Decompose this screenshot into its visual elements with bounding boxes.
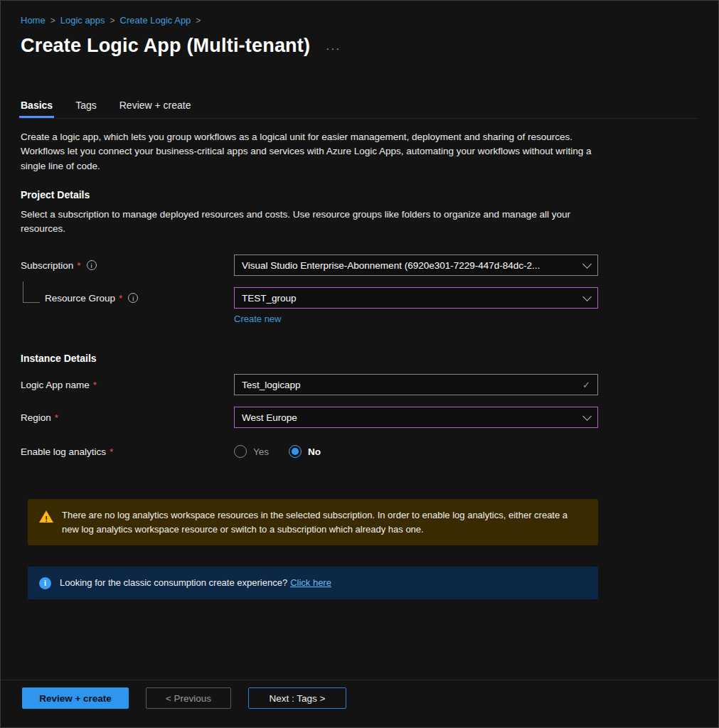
footer-buttons: Review + create < Previous Next : Tags > (22, 687, 346, 709)
more-options-ellipsis-icon[interactable]: ··· (326, 42, 341, 54)
warning-banner-text: There are no log analytics workspace res… (62, 508, 587, 536)
previous-button[interactable]: < Previous (146, 687, 231, 709)
subscription-row: Subscription* i Visual Studio Enterprise… (21, 255, 698, 276)
radio-yes-label: Yes (253, 446, 269, 457)
hierarchy-connector (23, 282, 40, 303)
radio-circle-selected-icon (289, 445, 302, 458)
project-details-heading: Project Details (21, 189, 698, 200)
breadcrumb-home[interactable]: Home (21, 15, 46, 26)
logic-app-name-label: Logic App name* (21, 380, 234, 390)
footer-divider (1, 680, 718, 680)
required-asterisk: * (110, 446, 113, 457)
chevron-down-icon (582, 412, 592, 421)
radio-no-label: No (308, 446, 321, 457)
project-details-description: Select a subscription to manage deployed… (21, 208, 600, 237)
subscription-label-text: Subscription (21, 260, 73, 271)
subscription-value: Visual Studio Enterprise-Abonnement (692… (242, 260, 540, 271)
create-new-link[interactable]: Create new (234, 314, 281, 324)
subscription-dropdown[interactable]: Visual Studio Enterprise-Abonnement (692… (234, 255, 598, 276)
resource-group-label-text: Resource Group (45, 293, 115, 304)
required-asterisk: * (77, 260, 80, 271)
enable-log-analytics-row: Enable log analytics* Yes No (21, 441, 698, 462)
warning-icon (39, 510, 53, 523)
intro-text: Create a logic app, which lets you group… (21, 130, 600, 173)
enable-log-analytics-label-text: Enable log analytics (21, 446, 106, 457)
subscription-label: Subscription* i (21, 260, 234, 271)
click-here-link[interactable]: Click here (290, 577, 331, 588)
breadcrumb-separator: > (110, 16, 115, 26)
region-row: Region* West Europe (21, 407, 698, 428)
logic-app-name-value: Test_logicapp (242, 380, 301, 390)
checkmark-icon: ✓ (582, 380, 590, 390)
breadcrumb-separator: > (50, 16, 55, 26)
warning-banner: There are no log analytics workspace res… (28, 499, 598, 545)
info-banner-question: Looking for the classic consumption crea… (60, 577, 287, 588)
chevron-down-icon (582, 259, 592, 269)
logic-app-name-input[interactable]: Test_logicapp ✓ (234, 374, 598, 395)
breadcrumb: Home>Logic apps>Create Logic App> (21, 1, 698, 26)
required-asterisk: * (55, 412, 58, 423)
tab-tags[interactable]: Tags (75, 100, 97, 111)
radio-circle-icon (234, 445, 247, 458)
region-value: West Europe (242, 412, 297, 423)
required-asterisk: * (93, 380, 97, 390)
region-dropdown[interactable]: West Europe (234, 407, 598, 428)
logic-app-name-row: Logic App name* Test_logicapp ✓ (21, 374, 698, 395)
info-icon[interactable]: i (87, 260, 97, 270)
resource-group-dropdown[interactable]: TEST_group (234, 287, 598, 309)
info-banner: i Looking for the classic consumption cr… (28, 567, 598, 599)
logic-app-name-label-text: Logic App name (21, 380, 90, 390)
breadcrumb-create-logic-app[interactable]: Create Logic App (120, 15, 191, 26)
resource-group-row: Resource Group* i TEST_group (21, 287, 698, 309)
chevron-down-icon (582, 292, 592, 301)
enable-log-analytics-label: Enable log analytics* (21, 446, 234, 457)
resource-group-value: TEST_group (242, 293, 297, 304)
breadcrumb-separator: > (196, 16, 201, 26)
breadcrumb-logic-apps[interactable]: Logic apps (60, 15, 105, 26)
tab-strip: Basics Tags Review + create (21, 100, 698, 119)
region-label: Region* (21, 412, 234, 423)
tab-basics[interactable]: Basics (21, 100, 53, 111)
enable-log-analytics-options: Yes No (234, 445, 321, 458)
radio-yes[interactable]: Yes (234, 445, 269, 458)
next-tags-button[interactable]: Next : Tags > (248, 687, 346, 709)
instance-details-heading: Instance Details (21, 353, 698, 364)
resource-group-label: Resource Group* i (21, 293, 234, 304)
page-title: Create Logic App (Multi-tenant) (21, 35, 310, 57)
create-logic-app-page: Home>Logic apps>Create Logic App> Create… (0, 0, 719, 728)
info-icon[interactable]: i (128, 293, 138, 303)
required-asterisk: * (119, 293, 122, 304)
tab-review-create[interactable]: Review + create (119, 100, 191, 111)
review-create-button[interactable]: Review + create (22, 687, 129, 709)
info-banner-text: Looking for the classic consumption crea… (60, 576, 331, 590)
region-label-text: Region (21, 412, 51, 423)
info-icon: i (39, 577, 51, 589)
radio-no[interactable]: No (289, 445, 321, 458)
